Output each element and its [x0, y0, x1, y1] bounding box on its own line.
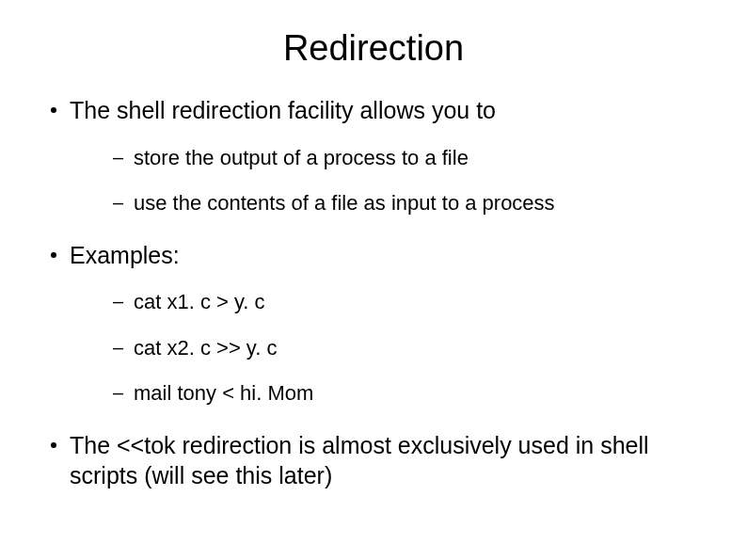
list-item-text: The <<tok redirection is almost exclusiv…: [70, 432, 649, 489]
bullet-list: The shell redirection facility allows yo…: [38, 95, 709, 491]
list-item: Examples: cat x1. c > y. c cat x2. c >> …: [38, 240, 709, 408]
list-item: The shell redirection facility allows yo…: [38, 95, 709, 217]
list-item: The <<tok redirection is almost exclusiv…: [38, 430, 709, 491]
list-item-text: The shell redirection facility allows yo…: [70, 97, 496, 123]
slide-title: Redirection: [38, 28, 709, 69]
sublist: store the output of a process to a file …: [70, 145, 709, 217]
list-item-text: Examples:: [70, 242, 180, 268]
subitem: store the output of a process to a file: [107, 145, 709, 172]
subitem: cat x2. c >> y. c: [107, 335, 709, 362]
subitem: mail tony < hi. Mom: [107, 380, 709, 408]
subitem: use the contents of a file as input to a…: [107, 190, 709, 217]
subitem: cat x1. c > y. c: [107, 289, 709, 316]
sublist: cat x1. c > y. c cat x2. c >> y. c mail …: [70, 289, 709, 408]
